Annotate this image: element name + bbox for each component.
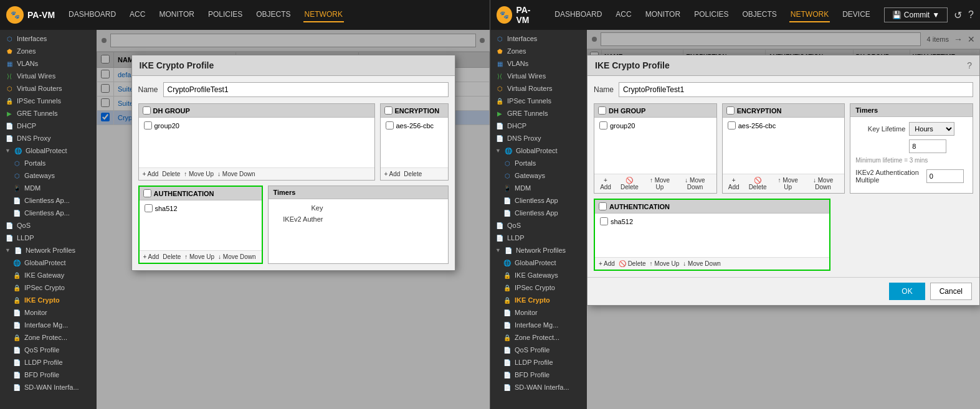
left-sidebar-virtualrouters[interactable]: ⬡ Virtual Routers xyxy=(0,82,97,95)
right-sidebar-lldpprofile[interactable]: 📄 LLDP Profile xyxy=(490,356,587,369)
left-sidebar-lldpprofile[interactable]: 📄 LLDP Profile xyxy=(0,356,97,369)
left-auth-item[interactable]: sha512 xyxy=(142,203,259,214)
right-nav-objects[interactable]: OBJECTS xyxy=(741,7,778,22)
left-sidebar-qosprofile[interactable]: 📄 QoS Profile xyxy=(0,344,97,356)
left-nav-policies[interactable]: POLICIES xyxy=(207,7,244,22)
right-nav-monitor[interactable]: MONITOR xyxy=(644,7,682,22)
right-ikev2-input[interactable] xyxy=(926,169,964,183)
right-sidebar-clientless2[interactable]: 📄 Clientless App xyxy=(490,207,587,219)
right-dh-item-check[interactable] xyxy=(599,121,607,129)
left-sidebar-mdm[interactable]: 📱 MDM xyxy=(0,182,97,194)
left-nav-monitor[interactable]: MONITOR xyxy=(158,7,195,22)
left-sidebar-gateways[interactable]: ⬡ Gateways xyxy=(0,169,97,182)
right-sidebar-virtualwires[interactable]: ⟩⟨ Virtual Wires xyxy=(490,70,587,82)
right-sidebar-qos[interactable]: 📄 QoS xyxy=(490,219,587,232)
right-sidebar-ikegateways[interactable]: 🔒 IKE Gateways xyxy=(490,269,587,281)
left-dh-delete-btn[interactable]: Delete xyxy=(162,171,180,177)
right-dh-add-btn[interactable]: + Add xyxy=(598,177,613,190)
right-sidebar-portals[interactable]: ⬡ Portals xyxy=(490,157,587,169)
left-dh-up-btn[interactable]: ↑ Move Up xyxy=(184,171,214,177)
left-nav-objects[interactable]: OBJECTS xyxy=(255,7,292,22)
left-sidebar-qos[interactable]: 📄 QoS xyxy=(0,219,97,232)
left-sidebar-interfacemg[interactable]: 📄 Interface Mg... xyxy=(0,319,97,331)
right-modal-help-icon[interactable]: ? xyxy=(967,60,972,70)
right-sidebar-dhcp[interactable]: 📄 DHCP xyxy=(490,120,587,132)
right-enc-item[interactable]: aes-256-cbc xyxy=(725,120,842,131)
left-sidebar-portals[interactable]: ⬡ Portals xyxy=(0,157,97,169)
right-dh-up-btn[interactable]: ↑ Move Up xyxy=(646,177,674,190)
right-enc-item-check[interactable] xyxy=(728,121,736,129)
right-sidebar-ikecrypto[interactable]: 🔒 IKE Crypto xyxy=(490,294,587,306)
left-enc-add-btn[interactable]: + Add xyxy=(384,171,401,177)
right-cancel-button[interactable]: Cancel xyxy=(930,283,972,300)
right-enc-add-btn[interactable]: + Add xyxy=(726,177,741,190)
right-sidebar-ipseccrypto[interactable]: 🔒 IPSec Crypto xyxy=(490,281,587,294)
left-sidebar-ipsectunnels[interactable]: 🔒 IPSec Tunnels xyxy=(0,95,97,107)
right-sidebar-monitor[interactable]: 📄 Monitor xyxy=(490,306,587,319)
left-auth-check[interactable] xyxy=(143,189,151,197)
right-sidebar-gp2[interactable]: 🌐 GlobalProtect xyxy=(490,256,587,269)
right-auth-down-btn[interactable]: ↓ Move Down xyxy=(683,260,721,267)
right-auth-add-btn[interactable]: + Add xyxy=(599,260,615,267)
right-nav-acc[interactable]: ACC xyxy=(614,7,632,22)
right-commit-button[interactable]: 💾 Commit ▼ xyxy=(884,7,948,22)
right-sidebar-lldp[interactable]: 📄 LLDP xyxy=(490,232,587,244)
right-enc-down-btn[interactable]: ↓ Move Down xyxy=(806,177,840,190)
right-sidebar-qosprofile[interactable]: 📄 QoS Profile xyxy=(490,344,587,356)
right-sidebar-virtualrouters[interactable]: ⬡ Virtual Routers xyxy=(490,82,587,95)
left-dh-group-item[interactable]: group20 xyxy=(141,120,372,131)
left-dh-down-btn[interactable]: ↓ Move Down xyxy=(217,171,255,177)
left-auth-up-btn[interactable]: ↑ Move Up xyxy=(184,253,214,260)
left-sidebar-sdwan[interactable]: 📄 SD-WAN Interfa... xyxy=(0,381,97,393)
left-sidebar-dnsproxy[interactable]: 📄 DNS Proxy xyxy=(0,132,97,144)
left-sidebar-gp2[interactable]: 🌐 GlobalProtect xyxy=(0,256,97,269)
right-nav-policies[interactable]: POLICIES xyxy=(693,7,730,22)
right-sidebar-dnsproxy[interactable]: 📄 DNS Proxy xyxy=(490,132,587,144)
left-sidebar-virtualwires[interactable]: ⟩⟨ Virtual Wires xyxy=(0,70,97,82)
right-dh-item[interactable]: group20 xyxy=(597,120,714,131)
right-auth-item[interactable]: sha512 xyxy=(597,216,827,227)
right-enc-up-btn[interactable]: ↑ Move Up xyxy=(774,177,802,190)
right-sidebar-zoneprotect[interactable]: 🔒 Zone Protect... xyxy=(490,331,587,344)
left-enc-item-check[interactable] xyxy=(386,121,394,129)
right-auth-up-btn[interactable]: ↑ Move Up xyxy=(650,260,680,267)
left-enc-check[interactable] xyxy=(384,106,392,115)
left-sidebar-bfdprofile[interactable]: 📄 BFD Profile xyxy=(0,369,97,381)
right-nav-dashboard[interactable]: DASHBOARD xyxy=(553,7,603,22)
left-nav-dashboard[interactable]: DASHBOARD xyxy=(67,7,117,22)
left-auth-item-check[interactable] xyxy=(145,204,153,212)
left-sidebar-ikecrypto[interactable]: 🔒 IKE Crypto xyxy=(0,294,97,306)
left-enc-delete-btn[interactable]: Delete xyxy=(404,171,422,177)
right-nav-network[interactable]: NETWORK xyxy=(789,7,830,22)
left-sidebar-clientless2[interactable]: 📄 Clientless Ap... xyxy=(0,207,97,219)
right-sidebar-sdwan[interactable]: 📄 SD-WAN Interfa... xyxy=(490,381,587,393)
right-modal-name-input[interactable] xyxy=(619,82,973,97)
left-modal-name-input[interactable] xyxy=(163,82,449,97)
left-sidebar-clientless1[interactable]: 📄 Clientless Ap... xyxy=(0,194,97,207)
right-sidebar-mdm[interactable]: 📱 MDM xyxy=(490,182,587,194)
right-sidebar-interfaces[interactable]: ⬡ Interfaces xyxy=(490,32,587,45)
left-auth-add-btn[interactable]: + Add xyxy=(143,253,159,260)
left-dh-group-check[interactable] xyxy=(143,106,151,115)
right-ok-button[interactable]: OK xyxy=(889,283,925,300)
left-sidebar-netprofiles[interactable]: ▼ 📄 Network Profiles xyxy=(0,244,97,256)
left-sidebar-ikegateways[interactable]: 🔒 IKE Gateway xyxy=(0,269,97,281)
left-sidebar-zones[interactable]: ⬟ Zones xyxy=(0,45,97,57)
right-sidebar-gateways[interactable]: ⬡ Gateways xyxy=(490,169,587,182)
left-dh-add-btn[interactable]: + Add xyxy=(143,171,159,177)
right-key-lifetime-input[interactable] xyxy=(909,139,946,153)
left-sidebar-dhcp[interactable]: 📄 DHCP xyxy=(0,120,97,132)
left-sidebar-zoneprotect[interactable]: 🔒 Zone Protec... xyxy=(0,331,97,344)
right-dh-group-check[interactable] xyxy=(598,106,606,115)
right-enc-delete-btn[interactable]: 🚫 Delete xyxy=(745,177,771,190)
left-sidebar-gretunnels[interactable]: ▶ GRE Tunnels xyxy=(0,107,97,120)
right-sidebar-netprofiles[interactable]: ▼ 📄 Network Profiles xyxy=(490,244,587,256)
right-help-icon[interactable]: ? xyxy=(968,9,974,21)
right-auth-item-check[interactable] xyxy=(600,217,608,225)
right-refresh-icon[interactable]: ↺ xyxy=(954,9,962,21)
right-dh-down-btn[interactable]: ↓ Move Down xyxy=(677,177,712,190)
right-sidebar-interfacemg[interactable]: 📄 Interface Mg... xyxy=(490,319,587,331)
left-sidebar-lldp[interactable]: 📄 LLDP xyxy=(0,232,97,244)
left-nav-network[interactable]: NETWORK xyxy=(303,7,344,22)
right-sidebar-ipsectunnels[interactable]: 🔒 IPSec Tunnels xyxy=(490,95,587,107)
